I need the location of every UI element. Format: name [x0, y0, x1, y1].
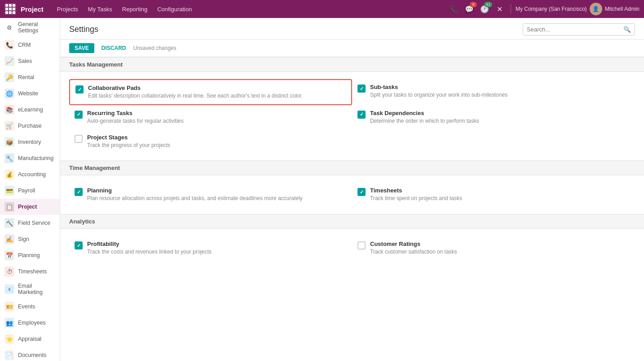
setting-desc-project-stages: Track the progress of your projects [87, 142, 347, 149]
setting-item-profitability[interactable]: ProfitabilityTrack the costs and revenue… [69, 236, 352, 260]
sidebar-label-elearning: eLearning [18, 107, 43, 113]
sidebar-item-payroll[interactable]: 💳Payroll [0, 183, 60, 199]
setting-item-recurring-tasks[interactable]: Recurring TasksAuto-generate tasks for r… [69, 105, 352, 129]
checkbox-sub-tasks[interactable] [357, 85, 366, 93]
setting-text-customer-ratings: Customer RatingsTrack customer satisfact… [370, 241, 630, 256]
settings-content: Tasks ManagementCollaborative PadsEdit t… [60, 57, 644, 267]
sidebar-item-accounting[interactable]: 💰Accounting [0, 166, 60, 183]
checkbox-recurring-tasks[interactable] [75, 111, 83, 119]
manufacturing-icon: 🔧 [4, 153, 14, 163]
sidebar-label-general-settings: General Settings [18, 21, 55, 34]
setting-item-planning[interactable]: PlanningPlan resource allocation across … [69, 183, 352, 207]
top-nav: Projects My Tasks Reporting Configuratio… [53, 4, 197, 14]
appraisal-icon: ⭐ [4, 334, 14, 344]
search-input[interactable] [523, 24, 620, 35]
nav-reporting[interactable]: Reporting [118, 4, 152, 14]
sidebar-item-crm[interactable]: 📞CRM [0, 37, 60, 53]
checkbox-collaborative-pads[interactable] [75, 85, 84, 94]
sidebar-item-field-service[interactable]: 🔨Field Service [0, 215, 60, 231]
sidebar-item-manufacturing[interactable]: 🔧Manufacturing [0, 150, 60, 166]
setting-desc-profitability: Track the costs and revenues linked to y… [87, 248, 347, 256]
sales-icon: 📈 [4, 56, 14, 66]
setting-item-task-dependencies[interactable]: Task DependenciesDetermine the order in … [352, 105, 635, 129]
sidebar-label-documents: Documents [18, 352, 46, 358]
nav-projects[interactable]: Projects [53, 4, 83, 14]
sidebar-label-crm: CRM [18, 42, 31, 48]
sidebar-item-timesheets[interactable]: ⏱Timesheets [0, 263, 60, 280]
sidebar-item-events[interactable]: 🎫Events [0, 299, 60, 315]
discard-button[interactable]: DISCARD [98, 43, 130, 53]
sidebar-item-employees[interactable]: 👥Employees [0, 315, 60, 331]
company-name: My Company (San Francisco) [516, 6, 587, 12]
search-button[interactable]: 🔍 [620, 24, 635, 35]
setting-desc-collaborative-pads: Edit tasks' description collaboratively … [88, 92, 346, 100]
setting-title-sub-tasks: Sub-tasks [370, 84, 630, 90]
setting-text-sub-tasks: Sub-tasksSplit your tasks to organize yo… [370, 84, 630, 99]
sidebar-label-events: Events [18, 303, 35, 310]
setting-item-project-stages[interactable]: Project StagesTrack the progress of your… [69, 129, 352, 154]
timesheets-icon: ⏱ [4, 267, 14, 276]
checkbox-planning[interactable] [75, 188, 83, 196]
sidebar-item-sign[interactable]: ✍Sign [0, 231, 60, 247]
setting-desc-sub-tasks: Split your tasks to organize your work i… [370, 91, 630, 99]
email-marketing-icon: 📧 [4, 284, 14, 294]
nav-my-tasks[interactable]: My Tasks [84, 4, 117, 14]
setting-desc-timesheets: Track time spent on projects and tasks [370, 195, 630, 202]
setting-item-collaborative-pads[interactable]: Collaborative PadsEdit tasks' descriptio… [69, 79, 352, 105]
sidebar-item-general-settings[interactable]: ⚙General Settings [0, 18, 60, 37]
layout: ⚙General Settings📞CRM📈Sales🔑Rental🌐Websi… [0, 18, 644, 361]
phone-icon-btn[interactable]: 📞 [448, 3, 460, 15]
field-service-icon: 🔨 [4, 218, 14, 228]
sidebar-item-rental[interactable]: 🔑Rental [0, 69, 60, 85]
setting-title-project-stages: Project Stages [87, 134, 347, 141]
checkbox-profitability[interactable] [75, 241, 83, 250]
topbar-icons: 📞 💬 8 🕐 41 ✕ My Company (San Francisco) … [448, 3, 640, 15]
sidebar-item-website[interactable]: 🌐Website [0, 85, 60, 102]
setting-title-collaborative-pads: Collaborative Pads [88, 85, 346, 91]
sidebar: ⚙General Settings📞CRM📈Sales🔑Rental🌐Websi… [0, 18, 60, 361]
setting-title-task-dependencies: Task Dependencies [370, 110, 630, 116]
sidebar-item-appraisal[interactable]: ⭐Appraisal [0, 331, 60, 347]
sidebar-label-sign: Sign [18, 236, 29, 242]
sidebar-item-purchase[interactable]: 🛒Purchase [0, 118, 60, 134]
setting-item-customer-ratings[interactable]: Customer RatingsTrack customer satisfact… [352, 236, 635, 260]
setting-item-timesheets[interactable]: TimesheetsTrack time spent on projects a… [352, 183, 635, 207]
setting-text-profitability: ProfitabilityTrack the costs and revenue… [87, 241, 347, 256]
checkbox-timesheets[interactable] [357, 188, 366, 196]
general-settings-icon: ⚙ [4, 22, 14, 32]
checkbox-project-stages[interactable] [75, 135, 83, 143]
save-button[interactable]: SAVE [69, 43, 94, 53]
elearning-icon: 📚 [4, 105, 14, 115]
close-icon-btn[interactable]: ✕ [494, 3, 506, 15]
sidebar-label-purchase: Purchase [18, 123, 42, 129]
setting-text-planning: PlanningPlan resource allocation across … [87, 187, 347, 202]
setting-title-planning: Planning [87, 187, 347, 194]
sidebar-item-elearning[interactable]: 📚eLearning [0, 102, 60, 118]
checkbox-customer-ratings[interactable] [357, 241, 366, 250]
clock-icon-btn[interactable]: 🕐 41 [478, 3, 491, 15]
apps-menu-button[interactable] [4, 3, 16, 15]
sidebar-label-appraisal: Appraisal [18, 336, 41, 342]
sidebar-label-email-marketing: Email Marketing [18, 283, 55, 295]
sidebar-item-documents[interactable]: 📄Documents [0, 347, 60, 361]
chat-icon-btn[interactable]: 💬 8 [463, 3, 476, 15]
setting-desc-customer-ratings: Track customer satisfaction on tasks [370, 248, 630, 256]
sidebar-label-manufacturing: Manufacturing [18, 155, 53, 161]
sidebar-label-inventory: Inventory [18, 139, 41, 145]
setting-item-sub-tasks[interactable]: Sub-tasksSplit your tasks to organize yo… [352, 79, 635, 105]
sidebar-item-project[interactable]: 📋Project [0, 199, 60, 215]
checkbox-task-dependencies[interactable] [357, 111, 366, 119]
sidebar-label-website: Website [18, 90, 38, 97]
user-menu[interactable]: 👤 Mitchell Admin [590, 3, 640, 15]
sidebar-item-planning[interactable]: 📅Planning [0, 247, 60, 263]
setting-desc-planning: Plan resource allocation across projets … [87, 195, 347, 202]
section-header-time-management: Time Management [60, 160, 644, 175]
nav-configuration[interactable]: Configuration [153, 4, 196, 14]
sidebar-item-sales[interactable]: 📈Sales [0, 53, 60, 69]
main-content: Settings 🔍 SAVE DISCARD Unsaved changes … [60, 18, 644, 361]
sidebar-item-email-marketing[interactable]: 📧Email Marketing [0, 280, 60, 299]
separator [511, 4, 511, 13]
sidebar-item-inventory[interactable]: 📦Inventory [0, 134, 60, 150]
username: Mitchell Admin [605, 6, 640, 12]
inventory-icon: 📦 [4, 137, 14, 147]
